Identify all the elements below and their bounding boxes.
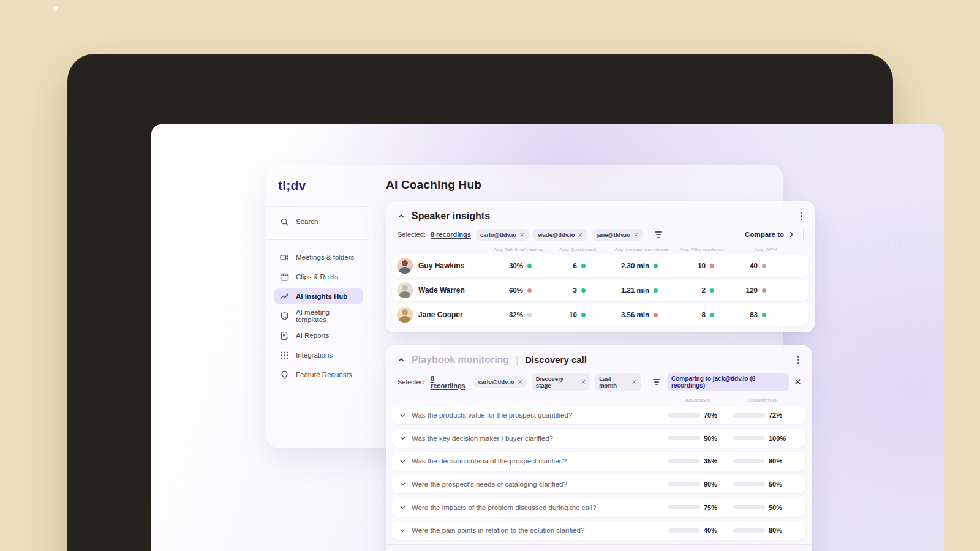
question-text: Was the key decision maker / buyer clari… <box>412 435 668 442</box>
speaker-filter-row: Selected: 8 recordings carlo@tldv.io wad… <box>386 227 815 247</box>
metric-value: 83 <box>750 311 758 318</box>
compare-to-button[interactable]: Compare to <box>745 231 794 238</box>
sidebar-item-clips[interactable]: Clips & Reels <box>274 269 363 285</box>
chevron-down-icon[interactable] <box>399 435 406 441</box>
playbook-monitoring-title: Playbook monitoring <box>412 354 509 365</box>
progress-bar <box>733 413 765 418</box>
metric-value: 3 <box>573 287 577 294</box>
percent-value: 70% <box>704 411 726 419</box>
metric-value: 60% <box>509 287 523 294</box>
metric-value: 2.30 min <box>621 262 649 269</box>
percent-value: 90% <box>704 481 726 488</box>
question-row[interactable]: Was the products value for the prospect … <box>392 406 805 425</box>
filter-chip: carlo@tldv.io <box>476 229 529 241</box>
chevron-down-icon[interactable] <box>399 458 406 465</box>
table-row[interactable]: Wade Warren 60% 3 1.21 min 2 120 <box>392 280 809 301</box>
percent-value: 80% <box>769 527 791 534</box>
filter-icon[interactable] <box>651 377 662 387</box>
percent-value: 50% <box>704 435 726 442</box>
add-question-button[interactable]: Add question <box>386 544 812 551</box>
page-title: AI Coaching Hub <box>386 178 481 192</box>
close-icon[interactable] <box>795 379 801 384</box>
film-reel-icon <box>280 272 289 282</box>
sidebar-item-label: Integrations <box>296 351 333 359</box>
progress-bar <box>733 459 765 463</box>
selected-recordings-link[interactable]: 8 recordings <box>431 231 471 238</box>
selected-label: Selected: <box>398 231 426 238</box>
metric-value: 3.56 min <box>621 311 649 318</box>
collapse-chevron-up-icon[interactable] <box>398 356 405 364</box>
question-text: Was the products value for the prospect … <box>412 411 668 419</box>
percent-value: 75% <box>704 504 726 511</box>
filter-chip: Last month <box>595 373 641 391</box>
playbook-card-header: Playbook monitoring | Discovery call <box>386 345 812 371</box>
status-dot <box>710 313 714 317</box>
metric-value: 8 <box>702 311 706 318</box>
sidebar-item-ai-meeting-templates[interactable]: AI meeting templates <box>274 308 367 324</box>
kebab-menu-icon[interactable] <box>795 353 802 367</box>
progress-bar <box>668 459 700 463</box>
sidebar-item-label: AI Insights Hub <box>296 293 347 300</box>
collapse-chevron-up-icon[interactable] <box>398 212 405 220</box>
speaker-name: Wade Warren <box>418 286 465 294</box>
filter-chip: Discovery stage <box>532 373 590 391</box>
chevron-down-icon[interactable] <box>399 412 406 419</box>
filter-chip-label: Discovery stage <box>536 375 578 389</box>
chevron-down-icon[interactable] <box>399 527 406 534</box>
report-document-icon <box>280 331 289 340</box>
close-icon[interactable] <box>520 233 524 237</box>
avatar <box>397 282 413 298</box>
status-dot <box>527 313 532 317</box>
selected-recordings-link[interactable]: 8 recordings <box>431 375 469 389</box>
table-row[interactable]: Jane Cooper 32% 10 3.56 min 8 83 <box>392 304 809 326</box>
sidebar-item-label: Feature Requests <box>296 371 352 378</box>
filter-chip: carlo@tldv.io <box>473 376 526 388</box>
percent-value: 50% <box>769 504 791 511</box>
progress-bar <box>668 436 700 440</box>
discovery-call-title: Discovery call <box>525 354 587 365</box>
question-row[interactable]: Was the key decision maker / buyer clari… <box>392 429 805 448</box>
title-divider: | <box>516 354 518 365</box>
progress-bar <box>668 528 700 533</box>
question-row[interactable]: Were the prospect's needs of cataloging … <box>392 475 805 494</box>
sidebar-item-ai-insights-hub[interactable]: AI Insights Hub <box>274 288 363 304</box>
question-text: Were the pain points in relation to the … <box>412 527 668 534</box>
sidebar-item-meetings[interactable]: Meetings & folders <box>274 249 363 265</box>
close-icon[interactable] <box>578 233 582 237</box>
question-row[interactable]: Were the impacts of the problem discusse… <box>392 498 805 517</box>
video-camera-icon <box>280 253 289 262</box>
comparing-chip-label: Comparing to jack@tldv.io (8 recordings) <box>671 375 785 389</box>
close-icon[interactable] <box>634 233 638 237</box>
speaker-insights-title: Speaker insights <box>412 211 490 222</box>
playbook-monitoring-card: Playbook monitoring | Discovery call Sel… <box>386 345 812 551</box>
speaker-name: Guy Hawkins <box>418 261 464 270</box>
table-row[interactable]: Guy Hawkins 30% 6 2.30 min 10 40 <box>392 255 809 277</box>
chevron-down-icon[interactable] <box>399 504 406 511</box>
progress-bar <box>733 436 765 440</box>
chevron-down-icon[interactable] <box>399 481 406 487</box>
percent-value: 50% <box>769 481 791 488</box>
filter-chip-label: Last month <box>599 375 628 389</box>
filter-icon[interactable] <box>653 230 664 239</box>
search-button[interactable]: Search <box>274 214 362 230</box>
question-row[interactable]: Was the decision criteria of the prospec… <box>392 452 805 471</box>
sidebar-item-ai-reports[interactable]: AI Reports <box>274 328 363 343</box>
sidebar-item-integrations[interactable]: Integrations <box>274 347 363 363</box>
column-header: Avg. Longest monologue <box>615 247 669 252</box>
search-icon <box>280 217 289 227</box>
question-row[interactable]: Were the pain points in relation to the … <box>392 521 805 540</box>
desktop-scene: tl;dv Search Meetings & folders Clips <box>0 0 980 551</box>
kebab-menu-icon[interactable] <box>798 209 805 223</box>
close-icon[interactable] <box>632 380 636 384</box>
column-header: Carlo@tldv.io <box>733 397 791 403</box>
status-dot <box>581 313 586 317</box>
sidebar-item-feature-requests[interactable]: Feature Requests <box>274 367 363 383</box>
sidebar-item-label: Clips & Reels <box>296 273 338 280</box>
template-badge-icon <box>280 312 289 321</box>
chevron-right-icon <box>788 231 794 238</box>
close-icon[interactable] <box>518 380 522 384</box>
metric-value: 120 <box>746 287 758 294</box>
progress-bar <box>733 505 765 509</box>
close-icon[interactable] <box>581 380 586 384</box>
metric-value: 30% <box>509 262 523 269</box>
